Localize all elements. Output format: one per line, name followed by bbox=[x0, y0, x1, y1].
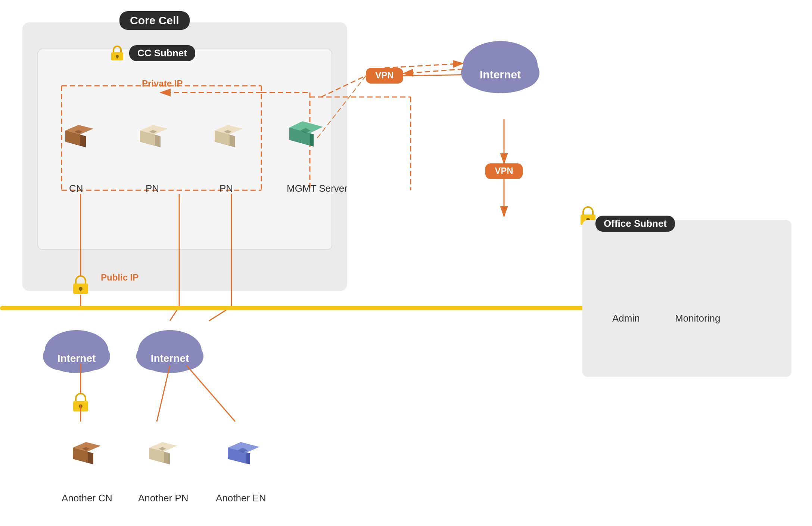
svg-marker-61 bbox=[149, 448, 170, 464]
monitoring-label: Monitoring bbox=[675, 313, 720, 324]
svg-point-76 bbox=[469, 67, 532, 93]
svg-text:Internet: Internet bbox=[57, 353, 96, 364]
cn-label: CN bbox=[69, 183, 83, 194]
cc-subnet-box bbox=[37, 48, 332, 250]
public-ip-label: Public IP bbox=[101, 272, 139, 283]
cc-subnet-label: CC Subnet bbox=[129, 45, 195, 61]
svg-marker-68 bbox=[238, 448, 248, 453]
cc-subnet-lock-icon bbox=[108, 44, 126, 62]
svg-rect-69 bbox=[366, 68, 403, 84]
another-en-label: Another EN bbox=[216, 492, 266, 504]
pn1-label: PN bbox=[146, 183, 159, 194]
svg-line-94 bbox=[385, 63, 463, 68]
diagram-container: Core Cell CC Subnet Private IP Public IP bbox=[0, 0, 812, 526]
svg-marker-67 bbox=[228, 442, 259, 453]
svg-rect-45 bbox=[80, 406, 81, 409]
svg-rect-78 bbox=[485, 163, 523, 179]
svg-point-41 bbox=[50, 351, 103, 373]
svg-text:Internet: Internet bbox=[151, 353, 189, 364]
svg-point-38 bbox=[45, 330, 108, 371]
svg-line-72 bbox=[403, 75, 478, 76]
svg-point-55 bbox=[144, 351, 196, 373]
svg-marker-66 bbox=[228, 448, 246, 464]
mgmt-label: MGMT Server bbox=[287, 183, 348, 194]
svg-point-74 bbox=[461, 56, 506, 90]
svg-marker-48 bbox=[73, 448, 93, 464]
another-pn-label: Another PN bbox=[138, 492, 188, 504]
core-cell-label: Core Cell bbox=[119, 11, 190, 30]
office-subnet-box bbox=[582, 220, 791, 377]
svg-marker-63 bbox=[149, 442, 177, 451]
svg-text:Internet: Internet bbox=[480, 68, 521, 81]
cc-subnet-label-wrap: CC Subnet bbox=[108, 44, 195, 62]
svg-line-59 bbox=[157, 366, 170, 422]
svg-marker-64 bbox=[159, 447, 166, 451]
svg-point-53 bbox=[136, 342, 174, 370]
svg-point-44 bbox=[79, 404, 83, 408]
svg-marker-62 bbox=[149, 448, 164, 463]
svg-point-40 bbox=[73, 342, 110, 370]
svg-point-52 bbox=[138, 330, 202, 371]
svg-point-75 bbox=[495, 56, 539, 90]
svg-point-54 bbox=[166, 342, 203, 370]
svg-rect-43 bbox=[73, 401, 88, 411]
svg-marker-50 bbox=[73, 442, 101, 451]
svg-marker-51 bbox=[82, 447, 90, 451]
pn2-label: PN bbox=[220, 183, 233, 194]
svg-text:VPN: VPN bbox=[495, 166, 513, 176]
svg-point-39 bbox=[43, 342, 80, 370]
firewall-line bbox=[0, 306, 635, 310]
admin-label: Admin bbox=[612, 313, 640, 324]
svg-line-95 bbox=[403, 69, 463, 73]
another-cn-label: Another CN bbox=[62, 492, 112, 504]
svg-text:VPN: VPN bbox=[375, 70, 393, 80]
svg-line-60 bbox=[187, 366, 235, 422]
svg-marker-49 bbox=[73, 448, 88, 463]
svg-marker-65 bbox=[228, 448, 250, 464]
office-subnet-label: Office Subnet bbox=[595, 216, 675, 232]
svg-point-73 bbox=[463, 41, 538, 90]
office-subnet-label-wrap: Office Subnet bbox=[595, 216, 675, 232]
svg-rect-2 bbox=[116, 56, 118, 59]
private-ip-label: Private IP bbox=[142, 78, 183, 89]
